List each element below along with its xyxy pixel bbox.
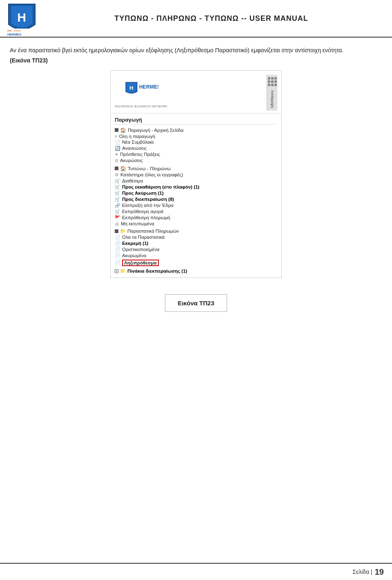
- nav-item-print-pay-home[interactable]: 🏠 Τυπώνω - Πληρώνω: [115, 165, 277, 172]
- nav-item-cancellations[interactable]: ⊘ Ακυρώσεις: [115, 158, 277, 164]
- app-header: H HERMES INSURANCE BUSINESS NETWORK Απόκ…: [111, 71, 281, 113]
- cart-green-icon: 🛒: [115, 197, 120, 202]
- list-icon: ≡: [115, 134, 117, 139]
- footer-page: Σελίδα | 19: [352, 567, 384, 577]
- page-footer: Σελίδα | 19: [0, 563, 392, 580]
- caption-container: Εικόνα ΤΠ23: [10, 288, 382, 318]
- nav-item-late-purchase[interactable]: 🛒 Εκπρόθεσμη αγορά: [115, 209, 277, 215]
- nav-section: Παραγωγή 🏠 Παραγωγή - Αρχική Σελίδα ≡ Ολ…: [111, 113, 281, 278]
- nav-item-pending[interactable]: 📄 Εκκρεμή (1): [115, 240, 277, 247]
- nav-item-clearance[interactable]: 🛒 Προς εκκαθάριση (στο πλαφόν) (1): [115, 184, 277, 190]
- app-logo: H HERMES INSURANCE BUSINESS NETWORK: [115, 78, 167, 108]
- renew-icon: 🔄: [115, 146, 120, 151]
- doc-expired-icon: 📄: [115, 260, 120, 265]
- doc-all-icon: 📄: [115, 235, 120, 240]
- nav-item-finalized[interactable]: 📄 Οριστικοποιημένα: [115, 247, 277, 253]
- home-icon-2: 🏠: [120, 166, 126, 171]
- nav-item-cancelled-docs[interactable]: 📄 Ακυρωμένα: [115, 253, 277, 259]
- expired-label: Ληξιπρόθεσμα: [122, 260, 159, 266]
- nav-item-production-home[interactable]: 🏠 Παραγωγή - Αρχική Σελίδα: [115, 127, 277, 133]
- nav-item-extra-actions[interactable]: ✦ Πρόσθετες Πράξεις: [115, 151, 277, 158]
- svg-text:drania: drania: [14, 29, 21, 32]
- plus-sq-icon: +: [115, 269, 118, 273]
- minus-icon: [115, 128, 118, 132]
- nav-item-not-printed[interactable]: 🖨 Μη εκτυπωμένα: [115, 221, 277, 227]
- minus-icon-3: [115, 229, 118, 233]
- nav-item-payment-docs[interactable]: 📁 Παραστατικά Πληρωμών: [115, 228, 277, 234]
- cart-bold-icon: 🛒: [115, 184, 120, 190]
- screenshot-box: H HERMES INSURANCE BUSINESS NETWORK Απόκ…: [110, 70, 282, 278]
- folder-icon: 📁: [120, 229, 126, 234]
- nav-section-title: Παραγωγή: [115, 117, 277, 124]
- svg-text:H: H: [129, 85, 134, 91]
- gear-icon: ⚙: [115, 172, 119, 178]
- doc-x-icon: 📄: [115, 253, 120, 258]
- nav-item-store[interactable]: ⚙ Κατάστημα (όλες οι εγγραφές): [115, 172, 277, 178]
- nav-item-collection[interactable]: 🔗 Είσπραξη από την Έδρα: [115, 202, 277, 209]
- footer-page-number: 19: [375, 567, 384, 577]
- nav-item-available[interactable]: 🛒 Διαθέσιμα: [115, 178, 277, 184]
- cart-late-icon: 🛒: [115, 209, 120, 214]
- side-toggle[interactable]: Απόκρυψη: [267, 75, 277, 110]
- cart-icon: 🛒: [115, 178, 120, 184]
- intro-paragraph: Αν ένα παραστατικό βγεί εκτός ημερολογια…: [10, 46, 382, 55]
- nav-item-towards-cancel[interactable]: 🛒 Προς Ακύρωση (1): [115, 190, 277, 196]
- print-icon: 🖨: [115, 221, 119, 226]
- screenshot-container: H HERMES INSURANCE BUSINESS NETWORK Απόκ…: [10, 70, 382, 278]
- star-icon: ✦: [115, 152, 118, 157]
- svg-text:Info: Info: [7, 29, 12, 32]
- main-content: Αν ένα παραστατικό βγεί εκτός ημερολογια…: [0, 38, 392, 327]
- link-icon: 🔗: [115, 203, 120, 208]
- nav-item-all-production[interactable]: ≡ Ολη η παραγωγή: [115, 133, 277, 139]
- nav-item-towards-process[interactable]: 🛒 Προς διεκπεραίωση (8): [115, 196, 277, 202]
- svg-text:HERMES: HERMES: [7, 33, 22, 36]
- nav-item-renewals[interactable]: 🔄 Ανανεώσεις: [115, 145, 277, 151]
- doc-bold-icon: 📄: [115, 241, 120, 246]
- flag-icon: 🚩: [115, 215, 120, 220]
- doc-icon: 📄: [115, 140, 120, 145]
- nav-tree: 🏠 Παραγωγή - Αρχική Σελίδα ≡ Ολη η παραγ…: [115, 127, 277, 274]
- nav-item-new-contracts[interactable]: 📄 Νέα Συμβόλαια: [115, 139, 277, 145]
- footer-label: Σελίδα |: [352, 569, 372, 575]
- caption-box: Εικόνα ΤΠ23: [165, 294, 227, 312]
- page-title: ΤΥΠΩΝΩ - ΠΛΗΡΩΝΩ - ΤΥΠΩΝΩ -- USER MANUAL: [37, 14, 385, 23]
- nav-item-expired[interactable]: 📄 Ληξιπρόθεσμα: [115, 259, 277, 267]
- minus-icon-2: [115, 167, 118, 170]
- figure-label: (Εικόνα ΤΠ23): [10, 57, 382, 64]
- toggle-icon: [268, 77, 277, 86]
- toggle-label: Απόκρυψη: [270, 90, 274, 108]
- home-icon: 🏠: [120, 127, 126, 133]
- nav-item-processing-tables[interactable]: + 📁 Πινάκια διεκπεραίωσης (1): [115, 268, 277, 274]
- cancel-icon: ⊘: [115, 158, 118, 163]
- app-tagline: INSURANCE BUSINESS NETWORK: [115, 105, 167, 108]
- page-header: H Info drania HERMES ΤΥΠΩΝΩ - ΠΛΗΡΩΝΩ - …: [0, 0, 392, 38]
- nav-item-all-docs[interactable]: 📄 Ολα τα Παραστατικά: [115, 234, 277, 240]
- nav-item-late-payment[interactable]: 🚩 Εκπρόθεσμη πληρωμή: [115, 215, 277, 221]
- cart-bold-icon-2: 🛒: [115, 191, 120, 196]
- doc-final-icon: 📄: [115, 247, 120, 252]
- header-logo: H Info drania HERMES: [7, 2, 37, 35]
- svg-text:HERMES: HERMES: [139, 84, 158, 90]
- svg-text:H: H: [17, 11, 26, 24]
- folder2-icon: 📁: [120, 269, 126, 274]
